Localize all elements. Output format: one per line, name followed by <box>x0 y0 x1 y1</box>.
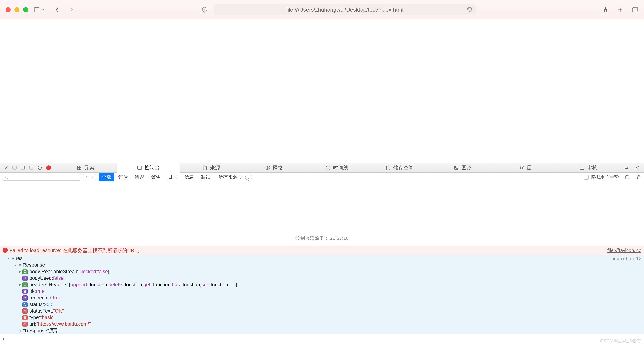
simulate-gesture-label: 模拟用户手势 <box>590 174 619 180</box>
object-property-row[interactable]: Obody: ReadableStream {locked: false} <box>0 269 644 275</box>
console-filter-input[interactable] <box>2 174 81 181</box>
back-button[interactable] <box>53 6 60 13</box>
close-window-button[interactable] <box>6 7 11 12</box>
svg-rect-12 <box>30 166 33 169</box>
console-filter-tab[interactable]: 评估 <box>115 173 131 181</box>
svg-marker-30 <box>520 166 524 168</box>
object-property-row[interactable]: Stype: "basic" <box>0 314 644 321</box>
type-badge-icon: B <box>22 289 28 294</box>
devtools-tab[interactable]: 控制台 <box>117 163 180 173</box>
page-viewport <box>0 19 644 163</box>
type-badge-icon: O <box>22 282 28 287</box>
devtools-tab[interactable]: 审核 <box>557 163 620 172</box>
error-count-badge[interactable] <box>46 165 51 170</box>
object-property-row[interactable]: Bok: true <box>0 288 644 295</box>
devtools-tabbar: 元素控制台来源网络时间线储存空间图形层审核 <box>0 163 644 173</box>
checkbox-icon <box>584 175 588 180</box>
filter-settings-button[interactable] <box>245 174 252 181</box>
devtools-tab[interactable]: 图形 <box>431 163 494 172</box>
filter-next-button[interactable] <box>90 174 96 181</box>
devtools-tab-label: 储存空间 <box>393 164 414 171</box>
object-property-row[interactable]: Bredirected: true <box>0 295 644 301</box>
console-prompt[interactable]: › <box>0 334 644 343</box>
type-badge-icon: S <box>22 322 28 327</box>
devtools-tab[interactable]: 时间线 <box>306 163 368 172</box>
clear-console-button[interactable] <box>636 174 642 180</box>
log-constructor-row[interactable]: · Response <box>0 262 644 269</box>
source-dropdown[interactable]: 所有来源 <box>218 174 242 180</box>
address-bar[interactable]: file:///Users/zhuhongwei/Desktop/test/in… <box>214 4 476 15</box>
forward-button[interactable] <box>68 6 75 13</box>
object-property-row[interactable]: SstatusText: "OK" <box>0 308 644 314</box>
share-button[interactable] <box>602 6 609 13</box>
svg-line-39 <box>7 178 8 179</box>
devtools-tab[interactable]: 层 <box>494 163 557 172</box>
reload-console-button[interactable] <box>624 174 630 180</box>
dock-left-icon[interactable] <box>12 165 18 171</box>
prop-value: "basic" <box>40 315 55 321</box>
devtools-settings-button[interactable] <box>634 165 640 171</box>
object-property-row[interactable]: Surl: "https://www.baidu.com/" <box>0 321 644 328</box>
console-filter-tab[interactable]: 调试 <box>198 173 213 181</box>
url-text: file:///Users/zhuhongwei/Desktop/test/in… <box>286 6 404 13</box>
prop-key: bodyUsed <box>29 275 52 282</box>
type-badge-icon: S <box>22 309 28 314</box>
dock-right-icon[interactable] <box>28 165 34 171</box>
prop-value: "https://www.baidu.com/" <box>36 321 91 327</box>
error-source-link[interactable]: file:///favicon.ico <box>608 247 642 254</box>
log-root-row[interactable]: · res index.html:12 <box>0 255 644 262</box>
log-source[interactable]: index.html:12 <box>613 256 642 262</box>
svg-point-35 <box>625 166 628 168</box>
console-cleared-message: 控制台清除于： 20:27:10 <box>0 231 644 246</box>
svg-rect-28 <box>454 166 458 170</box>
simulate-gesture-toggle[interactable]: 模拟用户手势 <box>584 174 619 180</box>
type-badge-icon: B <box>22 276 28 281</box>
type-badge-icon: S <box>22 315 28 320</box>
reload-button[interactable] <box>467 6 472 13</box>
minimize-window-button[interactable] <box>14 7 20 12</box>
devtools-tab[interactable]: 元素 <box>54 163 117 172</box>
console-filter-tab[interactable]: 日志 <box>165 173 180 181</box>
log-proto-row[interactable]: "Response"原型 <box>0 328 644 334</box>
error-message: Failed to load resource: 在此服务器上找不到所请求的UR… <box>10 247 142 254</box>
devtools-tab-label: 网络 <box>273 164 283 171</box>
console-filter-tab[interactable]: 错误 <box>132 173 147 181</box>
filter-prev-button[interactable] <box>83 174 90 181</box>
proto-label: "Response"原型 <box>23 328 59 334</box>
svg-rect-0 <box>34 7 39 12</box>
prop-value: true <box>53 295 62 301</box>
console-filter-tab[interactable]: 信息 <box>182 173 197 181</box>
prop-key: body <box>29 269 40 275</box>
devtools-tab-label: 层 <box>527 164 532 171</box>
search-devtools-button[interactable] <box>624 165 630 171</box>
close-devtools-button[interactable] <box>3 165 9 171</box>
console-filter-tab[interactable]: 全部 <box>99 173 114 181</box>
svg-point-38 <box>5 176 7 178</box>
privacy-shield-icon[interactable] <box>201 6 208 13</box>
console-filter-bar: 全部评估错误警告日志信息调试 所有来源 模拟用户手势 <box>0 173 644 182</box>
prop-key: statusText <box>29 308 52 314</box>
object-property-row[interactable]: Nstatus: 200 <box>0 301 644 308</box>
prop-value: 200 <box>44 302 52 308</box>
element-picker-button[interactable] <box>37 165 43 171</box>
prop-value: "OK" <box>53 308 64 314</box>
type-badge-icon: O <box>22 269 28 274</box>
sidebar-toggle[interactable] <box>34 6 44 13</box>
type-badge-icon: B <box>22 296 28 301</box>
object-property-row[interactable]: Oheaders: Headers {append: function, del… <box>0 282 644 288</box>
object-property-row[interactable]: BbodyUsed: false <box>0 275 644 282</box>
console-error-row[interactable]: ! Failed to load resource: 在此服务器上找不到所请求的… <box>0 246 644 255</box>
new-tab-button[interactable] <box>616 6 624 13</box>
dock-bottom-icon[interactable] <box>20 165 26 171</box>
svg-rect-10 <box>21 166 25 169</box>
console-filter-tab[interactable]: 警告 <box>148 173 164 181</box>
devtools-tab[interactable]: 储存空间 <box>368 163 431 172</box>
prop-key: redirected <box>29 295 52 301</box>
svg-point-14 <box>38 166 42 169</box>
svg-line-36 <box>627 168 628 169</box>
devtools-tab[interactable]: 网络 <box>243 163 306 172</box>
browser-toolbar: file:///Users/zhuhongwei/Desktop/test/in… <box>0 0 644 19</box>
tab-overview-button[interactable] <box>631 6 638 13</box>
devtools-tab[interactable]: 来源 <box>180 163 243 172</box>
maximize-window-button[interactable] <box>23 7 28 12</box>
